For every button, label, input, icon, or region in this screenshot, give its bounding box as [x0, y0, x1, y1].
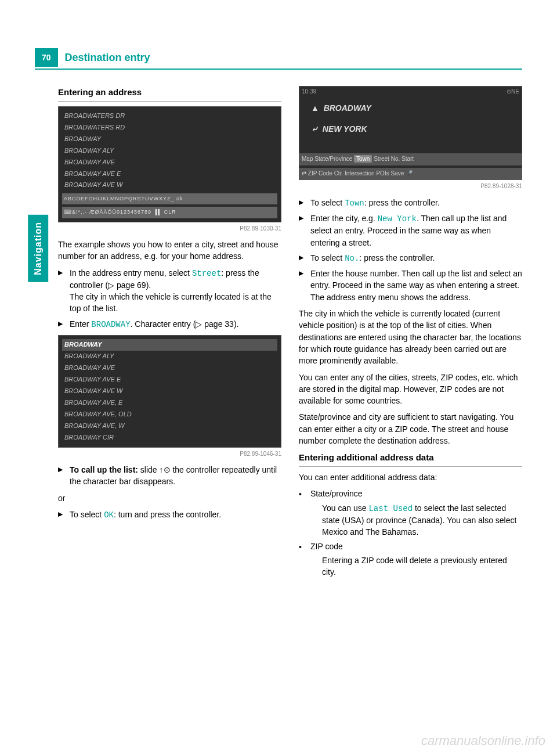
bullet-item: • ZIP code Entering a ZIP code will dele… [299, 541, 522, 578]
instruction-step: ▶ To call up the list: slide ↑⊙ the cont… [58, 464, 281, 488]
bullet-icon: • [299, 541, 306, 578]
ui-label: BROADWAY [91, 320, 130, 329]
menu-bar: ⇄ ZIP Code Ctr. Intersection POIs Save 🎤 [299, 168, 522, 180]
list-item: BROADWAY AVE, W [62, 420, 277, 432]
ui-label: Town [345, 199, 364, 208]
list-item: BROADWAY AVE E [62, 374, 277, 386]
heading-additional-address: Entering additional address data [299, 451, 522, 467]
list-item: BROADWATERS RD [62, 122, 277, 134]
figure-caption: P82.89-1028-31 [299, 182, 522, 191]
instruction-step: ▶ To select Town: press the controller. [299, 197, 522, 209]
compass-icon: ⊙NE [507, 88, 519, 96]
watermark: carmanualsonline.info [421, 732, 545, 750]
bullet-item: • State/province You can use Last Used t… [299, 488, 522, 538]
list-item: BROADWAY CIR [62, 432, 277, 444]
ui-label: OK [104, 510, 114, 520]
page-header: 70 Destination entry [35, 46, 522, 70]
triangle-icon: ▶ [299, 252, 306, 264]
list-item: BROADWAY AVE, E [62, 397, 277, 409]
ui-label: Last Used [368, 504, 413, 513]
figure-caption: P82.89-1046-31 [58, 450, 281, 459]
clock: 10:39 [302, 88, 316, 96]
body-text: The city in which the vehicle is current… [299, 308, 522, 366]
figure-caption: P82.89-1030-31 [58, 225, 281, 233]
list-item: BROADWAY AVE W [62, 179, 277, 191]
list-item: BROADWAY AVE [62, 157, 277, 168]
list-item: BROADWATERS DR [62, 110, 277, 122]
body-text: State/province and city are sufficient t… [299, 411, 522, 447]
list-item: BROADWAY [62, 339, 277, 351]
list-item: BROADWAY [62, 134, 277, 145]
triangle-icon: ▶ [58, 509, 65, 521]
column-right: 10:39 ⊙NE ▲ BROADWAY ⤶ NEW YORK Map Stat… [299, 81, 522, 581]
column-left: Entering an address BROADWATERS DR BROAD… [58, 81, 281, 581]
body-text: You can enter additional address data: [299, 471, 522, 483]
figure-street-list: BROADWAY BROADWAY ALY BROADWAY AVE BROAD… [58, 335, 281, 447]
instruction-step: ▶ Enter BROADWAY. Character entry (▷ pag… [58, 318, 281, 330]
page-title: Destination entry [58, 46, 157, 69]
list-item: BROADWAY ALY [62, 351, 277, 362]
figure-street-list-keyboard: BROADWATERS DR BROADWATERS RD BROADWAY B… [58, 106, 281, 222]
or-separator: or [58, 492, 281, 504]
triangle-icon: ▶ [299, 268, 306, 303]
list-item: BROADWAY AVE W [62, 386, 277, 397]
page-number: 70 [35, 48, 58, 67]
instruction-step: ▶ In the address entry menu, select Stre… [58, 267, 281, 315]
bell-icon: ▲ [311, 103, 319, 113]
triangle-icon: ▶ [58, 318, 65, 330]
list-item: BROADWAY AVE, OLD [62, 409, 277, 420]
back-icon: ⤶ [311, 124, 318, 134]
instruction-step: ▶ To select No.: press the controller. [299, 252, 522, 264]
section-tab: Navigation [28, 215, 48, 282]
instruction-step: ▶ Enter the city, e.g. New York. Then ca… [299, 213, 522, 249]
triangle-icon: ▶ [58, 267, 65, 315]
body-text: The example shows you how to enter a cit… [58, 239, 281, 262]
list-item: BROADWAY ALY [62, 145, 277, 157]
figure-address-entry-menu: 10:39 ⊙NE ▲ BROADWAY ⤶ NEW YORK Map Stat… [299, 86, 522, 180]
body-text: You can enter any of the cities, streets… [299, 372, 522, 407]
triangle-icon: ▶ [299, 213, 306, 249]
instruction-step: ▶ To select OK: turn and press the contr… [58, 509, 281, 521]
list-item: BROADWAY AVE E [62, 168, 277, 180]
bullet-icon: • [299, 488, 306, 538]
triangle-icon: ▶ [58, 464, 65, 488]
ui-label: No. [345, 254, 359, 263]
heading-entering-address: Entering an address [58, 86, 281, 102]
menu-bar: Map State/Province Town Street No. Start [299, 153, 522, 165]
instruction-step: ▶ Enter the house number. Then call up t… [299, 268, 522, 303]
ui-label: Street [192, 269, 221, 278]
ui-label: New York [378, 214, 417, 224]
character-bar: ABCDEFGHIJKLMNOPQRSTUVWXYZ_ ok [62, 193, 277, 204]
character-bar: ⌨&!*,.- ÆØÅÄÖÜ0123456789 ▐▌ CLR [62, 207, 277, 218]
triangle-icon: ▶ [299, 197, 306, 209]
list-item: BROADWAY AVE [62, 362, 277, 374]
